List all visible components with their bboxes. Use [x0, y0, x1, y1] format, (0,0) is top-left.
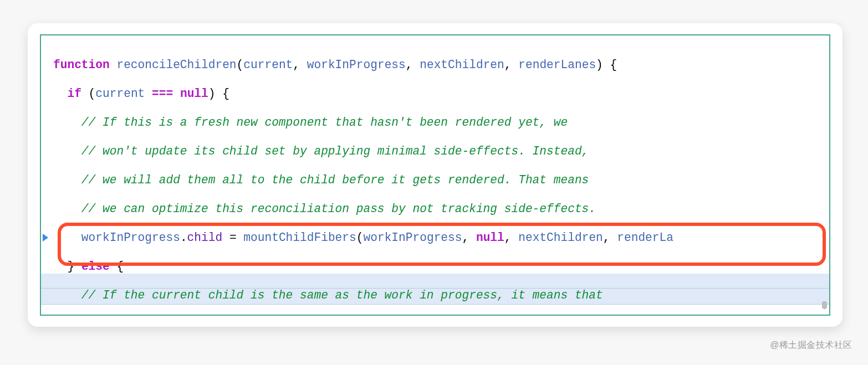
code-line: function reconcileChildren(current, work…: [53, 58, 829, 72]
card-frame: function reconcileChildren(current, work…: [28, 23, 843, 327]
code-line: workInProgress.child = mountChildFibers(…: [53, 230, 829, 245]
code-block: function reconcileChildren(current, work…: [41, 35, 829, 316]
code-line: // we will add them all to the child bef…: [53, 173, 829, 187]
watermark-text: @稀土掘金技术社区: [770, 340, 852, 351]
code-line: // we can optimize this reconciliation p…: [53, 202, 829, 216]
code-line: // won't update its child set by applyin…: [53, 144, 829, 158]
scrollbar-thumb[interactable]: [822, 301, 827, 309]
code-line: // If the current child is the same as t…: [53, 288, 829, 302]
code-line: // If this is a fresh new component that…: [53, 115, 829, 130]
breakpoint-marker-icon[interactable]: [43, 234, 48, 241]
code-line: } else {: [53, 259, 829, 274]
code-frame: function reconcileChildren(current, work…: [40, 34, 830, 316]
code-line: if (current === null) {: [53, 86, 829, 101]
